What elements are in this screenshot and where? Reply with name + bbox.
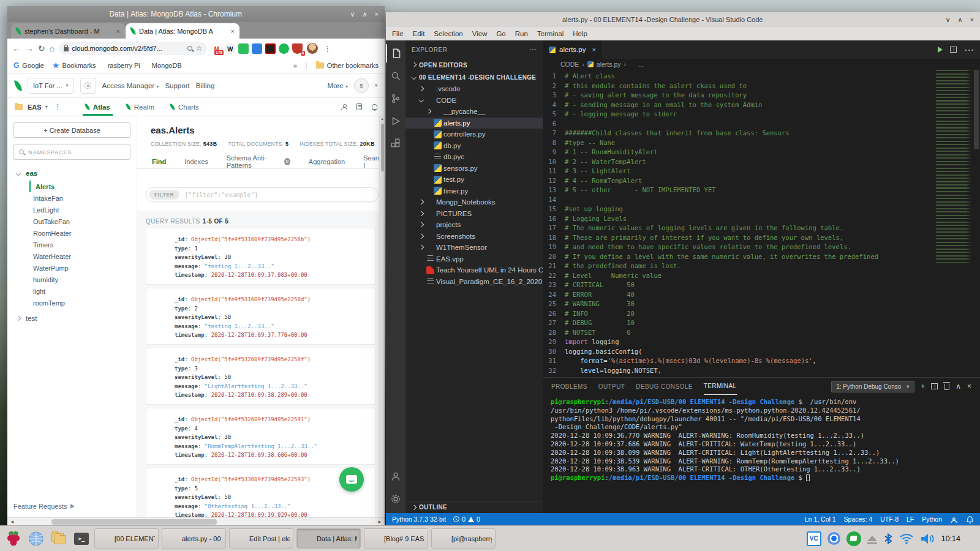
invite-user-icon[interactable]: [341, 104, 347, 110]
billing-link[interactable]: Billing: [196, 82, 215, 89]
account-icon[interactable]: [386, 467, 405, 485]
browser-tab[interactable]: Data | Atlas: MongoDB A ×: [126, 23, 239, 39]
horizontal-scrollbar[interactable]: ◄ ►: [7, 517, 385, 525]
file-tree-item[interactable]: test.py: [405, 174, 543, 186]
panel-tab[interactable]: PROBLEMS: [551, 378, 587, 395]
create-database-button[interactable]: + Create Database: [13, 122, 130, 138]
messenger-tray-icon[interactable]: [846, 531, 861, 546]
bluetooth-icon[interactable]: [883, 533, 893, 545]
vnc-icon[interactable]: VC: [807, 531, 821, 546]
product-tab[interactable]: Charts: [170, 98, 199, 116]
collection-item[interactable]: humidity: [13, 274, 130, 285]
collection-item[interactable]: RoomHeater: [13, 227, 130, 239]
volume-icon[interactable]: [920, 532, 935, 545]
feature-requests-link[interactable]: Feature Requests: [13, 503, 75, 510]
taskbar-window-button[interactable]: Edit Post | element...: [229, 528, 293, 549]
source-control-icon[interactable]: [386, 89, 405, 108]
chevron-down-icon[interactable]: ▾: [375, 83, 377, 88]
translate-extension-icon[interactable]: [252, 43, 262, 54]
product-tab[interactable]: Atlas: [85, 98, 110, 116]
panel-tab[interactable]: TERMINAL: [704, 378, 737, 395]
collection-item[interactable]: Timers: [13, 239, 130, 250]
kill-terminal-icon[interactable]: [944, 384, 949, 390]
new-terminal-icon[interactable]: +: [921, 382, 925, 391]
editor-scrollbar[interactable]: [973, 70, 980, 377]
menu-item[interactable]: Go: [496, 30, 505, 37]
file-tree-item[interactable]: db.py: [405, 140, 543, 152]
file-tree-item[interactable]: EAS.vpp: [405, 253, 543, 265]
wikipedia-extension-icon[interactable]: W: [225, 43, 235, 54]
profile-avatar[interactable]: [307, 43, 318, 54]
home-icon[interactable]: ⌂: [50, 44, 55, 53]
project-settings-button[interactable]: [80, 78, 96, 94]
chromium-tray-icon[interactable]: [827, 532, 840, 545]
browser-tab[interactable]: stephen's Dashboard - M ×: [11, 23, 125, 39]
collection-tab[interactable]: Schema Anti-Patterns 0: [227, 154, 290, 168]
menu-item[interactable]: Help: [573, 30, 587, 37]
encoding[interactable]: UTF-8: [880, 515, 899, 523]
search-icon[interactable]: [386, 67, 405, 85]
file-manager-icon[interactable]: [49, 529, 69, 549]
feedback-icon[interactable]: [950, 515, 958, 523]
taskbar-window-button[interactable]: [00 ELEMENT14 -D...: [94, 528, 159, 549]
support-link[interactable]: Support: [165, 82, 189, 89]
filter-input[interactable]: FILTER {"filter":"example"}: [146, 187, 379, 202]
file-tree-item[interactable]: timer.py: [405, 186, 543, 197]
collection-item[interactable]: WaterHeater: [13, 250, 130, 262]
org-selector[interactable]: EAS ▾: [28, 103, 48, 111]
namespaces-search-input[interactable]: NAMESPACES: [13, 144, 130, 160]
taskbar-window-button[interactable]: [pi@raspberrypi: /...: [431, 528, 496, 549]
scroll-up-icon[interactable]: ▲: [380, 117, 384, 121]
maximize-panel-icon[interactable]: ∧: [956, 382, 961, 391]
problems-summary[interactable]: 0 0: [453, 515, 480, 523]
split-terminal-icon[interactable]: [931, 383, 938, 389]
file-tree-item[interactable]: Mongp_Notebooks: [405, 197, 543, 208]
collection-tab[interactable]: Find: [152, 154, 166, 168]
tab-close-icon[interactable]: ×: [592, 46, 595, 53]
other-bookmarks[interactable]: Other bookmarks: [316, 62, 379, 69]
python-version[interactable]: Python 3.7.3 32-bit: [392, 515, 446, 523]
bookmark-item[interactable]: ★ Bookmarks: [53, 61, 96, 70]
access-manager-menu[interactable]: Access Manager ▾: [102, 82, 159, 89]
taskbar-window-button[interactable]: alerts.py - 00 ELEM...: [162, 528, 226, 549]
web-browser-icon[interactable]: [26, 529, 46, 549]
file-tree-item[interactable]: Screenshots: [405, 231, 543, 242]
collection-tab[interactable]: Aggregation: [309, 154, 345, 168]
file-tree-item[interactable]: W1ThemSensor: [405, 242, 543, 253]
document-card[interactable]: _id: ObjectId("5fe9f532609f739d95e2258f"…: [146, 348, 376, 405]
address-bar[interactable]: cloud.mongodb.com/v2/5fd7... ☆: [59, 42, 207, 55]
taskbar-window-button[interactable]: [Blog# 9 EAS - Elec...: [364, 528, 428, 549]
shield-extension-icon[interactable]: 4: [292, 43, 303, 54]
wifi-icon[interactable]: [899, 533, 914, 545]
chat-widget-button[interactable]: [339, 467, 364, 492]
product-tab[interactable]: Realm: [126, 98, 154, 116]
indentation[interactable]: Spaces: 4: [844, 515, 873, 523]
collection-item[interactable]: light: [13, 285, 130, 297]
activity-feed-icon[interactable]: [356, 103, 362, 110]
close-panel-icon[interactable]: ×: [967, 382, 971, 391]
collection-item[interactable]: WaterPump: [13, 262, 130, 274]
file-tree-item[interactable]: db.pyc: [405, 151, 543, 163]
terminal-selector[interactable]: 1: Python Debug Conso ∨: [831, 381, 914, 392]
bookmarks-overflow-icon[interactable]: »: [293, 62, 297, 69]
split-editor-icon[interactable]: [950, 47, 957, 53]
browser-titlebar[interactable]: Data | Atlas: MongoDB Atlas - Chromium ∨…: [7, 6, 385, 22]
org-menu-icon[interactable]: ⋮: [53, 102, 63, 111]
scrollbar-thumb[interactable]: [974, 70, 979, 149]
code-editor[interactable]: 1 # ALert class 2 # this module contains…: [543, 70, 980, 377]
menu-item[interactable]: View: [472, 30, 488, 37]
language-mode[interactable]: Python: [922, 515, 942, 523]
file-tree-item[interactable]: PICTURES: [405, 208, 543, 220]
bookmark-item[interactable]: rasberry Pi: [105, 61, 140, 70]
minimap[interactable]: [936, 70, 971, 263]
raspberry-menu-icon[interactable]: [4, 529, 23, 549]
maximize-icon[interactable]: ∧: [958, 16, 963, 24]
tab-close-icon[interactable]: ×: [231, 28, 235, 35]
menu-item[interactable]: Run: [515, 30, 528, 37]
breadcrumb-item[interactable]: CODE ›: [551, 61, 584, 68]
zoom-icon[interactable]: [187, 46, 192, 51]
project-selector[interactable]: IoT For ... ▾: [28, 78, 74, 94]
collection-item[interactable]: Alerts: [29, 181, 55, 192]
bookmark-star-icon[interactable]: ☆: [195, 44, 202, 53]
maximize-icon[interactable]: ∧: [363, 10, 368, 18]
